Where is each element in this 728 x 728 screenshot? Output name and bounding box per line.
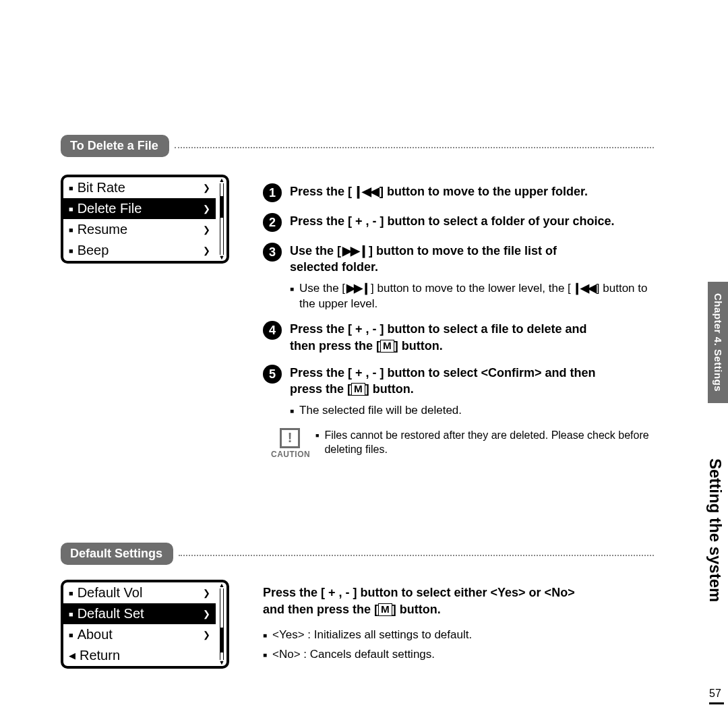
step-badge-5: 5 (263, 365, 282, 384)
step-2-text: Press the [ + , - ] button to select a f… (290, 213, 615, 232)
menu-item-about: ■ About ❯ (63, 624, 216, 645)
caution-text: Files cannot be restored after they are … (324, 428, 661, 457)
dot-leader (179, 555, 654, 556)
default-settings-main: Press the [ + , - ] button to select eit… (263, 584, 661, 618)
m-button-icon: M (380, 340, 394, 353)
bullet-square-icon: ■ (69, 247, 73, 255)
step-3-sub-text: Use the [▶▶❙] button to move to the lowe… (299, 281, 661, 312)
prev-track-icon: ❙◀◀ (571, 281, 597, 297)
section-delete-file: To Delete a File ■ Bit Rate ❯ ■ Delete F… (61, 135, 654, 264)
bullet-square-icon: ■ (69, 226, 73, 234)
step-5-sub-text: The selected file will be deleted. (299, 403, 462, 419)
step-3-sub: ■ Use the [▶▶❙] button to move to the lo… (290, 281, 661, 312)
next-track-icon: ▶▶❙ (345, 281, 371, 297)
step-3-text: Use the [▶▶❙] button to move to the file… (290, 243, 557, 276)
section-default-settings: Default Settings ■ Default Vol ❯ ■ Defau… (61, 543, 654, 669)
scrollbar: ▲ ▼ (217, 582, 226, 666)
heading-row: Default Settings (61, 543, 654, 565)
step-badge-2: 2 (263, 213, 282, 232)
caution-icon: ! CAUTION (271, 428, 309, 459)
step-badge-1: 1 (263, 183, 282, 202)
chevron-right-icon: ❯ (203, 183, 210, 193)
bullet-square-icon: ■ (69, 589, 73, 597)
steps-list: 1 Press the [❙◀◀] button to move to the … (263, 183, 661, 459)
bullet-square-icon: ■ (290, 406, 294, 422)
next-track-icon: ▶▶❙ (341, 243, 369, 259)
menu-item-default-vol: ■ Default Vol ❯ (63, 582, 216, 603)
menu-item-resume: ■ Resume ❯ (63, 219, 216, 240)
chevron-right-icon: ❯ (203, 204, 210, 214)
step-5: 5 Press the [ + , - ] button to select <… (263, 365, 661, 398)
heading-default-settings: Default Settings (61, 543, 173, 565)
heading-delete-file: To Delete a File (61, 135, 169, 157)
menu-item-beep: ■ Beep ❯ (63, 240, 216, 261)
chapter-tab: Chapter 4. Settings (708, 282, 728, 403)
bullet-square-icon: ■ (69, 631, 73, 639)
bullet-square-icon: ■ (263, 650, 267, 666)
return-icon: ◀ (69, 650, 75, 661)
chevron-right-icon: ❯ (203, 224, 210, 235)
page-number-bar (709, 702, 724, 704)
exclamation-icon: ! (280, 428, 300, 448)
device-screen-default: ■ Default Vol ❯ ■ Default Set ❯ ■ About … (61, 580, 229, 669)
bullet-square-icon: ■ (315, 431, 319, 460)
step-1: 1 Press the [❙◀◀] button to move to the … (263, 183, 661, 202)
default-settings-body: Press the [ + , - ] button to select eit… (263, 584, 661, 667)
bullet-square-icon: ■ (69, 184, 73, 192)
bullet-square-icon: ■ (69, 205, 73, 213)
page-section-title: Setting the system (706, 458, 725, 602)
menu-item-bit-rate: ■ Bit Rate ❯ (63, 177, 216, 198)
option-no: ■ <No> : Cancels default settings. (263, 647, 661, 663)
scroll-down-icon: ▼ (219, 660, 225, 666)
step-1-text: Press the [❙◀◀] button to move to the up… (290, 183, 588, 202)
bullet-square-icon: ■ (69, 610, 73, 618)
menu-item-return: ◀ Return (63, 645, 216, 666)
bullet-square-icon: ■ (263, 631, 267, 646)
scrollbar: ▲ ▼ (217, 177, 226, 261)
step-badge-3: 3 (263, 243, 282, 262)
option-yes: ■ <Yes> : Initializes all settings to de… (263, 628, 661, 643)
scroll-up-icon: ▲ (219, 582, 225, 588)
device-screen-delete: ■ Bit Rate ❯ ■ Delete File ❯ ■ Resume ❯ … (61, 175, 229, 264)
chevron-right-icon: ❯ (203, 588, 210, 598)
step-4: 4 Press the [ + , - ] button to select a… (263, 321, 661, 354)
menu-item-default-set: ■ Default Set ❯ (63, 603, 216, 624)
dot-leader (175, 147, 654, 148)
step-5-text: Press the [ + , - ] button to select <Co… (290, 365, 596, 398)
step-5-sub: ■ The selected file will be deleted. (290, 403, 661, 419)
chevron-right-icon: ❯ (203, 245, 210, 255)
step-badge-4: 4 (263, 321, 282, 340)
m-button-icon: M (351, 383, 365, 396)
step-4-text: Press the [ + , - ] button to select a f… (290, 321, 587, 354)
scroll-up-icon: ▲ (219, 177, 225, 183)
menu-item-delete-file: ■ Delete File ❯ (63, 198, 216, 219)
m-button-icon: M (378, 603, 392, 616)
step-2: 2 Press the [ + , - ] button to select a… (263, 213, 661, 232)
chevron-right-icon: ❯ (203, 630, 210, 640)
step-3: 3 Use the [▶▶❙] button to move to the fi… (263, 243, 661, 276)
prev-track-icon: ❙◀◀ (352, 183, 380, 200)
caution-box: ! CAUTION ■ Files cannot be restored aft… (271, 428, 661, 459)
bullet-square-icon: ■ (290, 284, 294, 315)
scroll-down-icon: ▼ (219, 255, 225, 261)
chevron-right-icon: ❯ (203, 609, 210, 619)
page-number: 57 (709, 688, 724, 704)
heading-row: To Delete a File (61, 135, 654, 157)
